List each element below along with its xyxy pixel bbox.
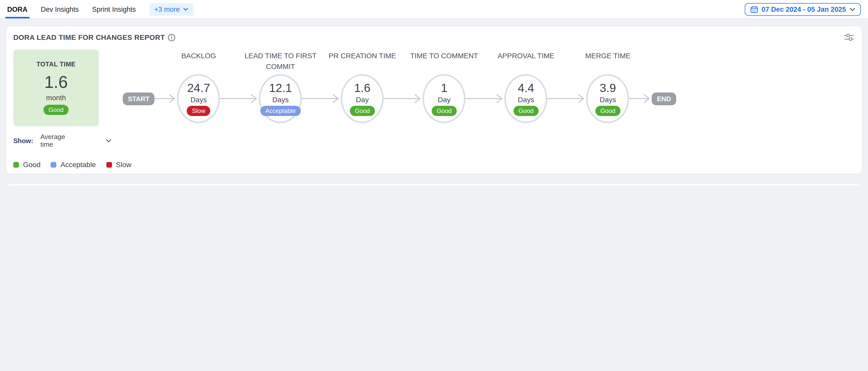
tab-sprint-insights[interactable]: Sprint Insights bbox=[92, 0, 136, 19]
calendar-icon bbox=[750, 5, 758, 13]
show-label: Show: bbox=[13, 137, 33, 144]
stage-pr-creation-time: PR CREATION TIME1.6DayGood bbox=[341, 74, 384, 123]
flow-arrow bbox=[548, 93, 586, 105]
total-time-unit: month bbox=[46, 94, 66, 102]
stage-unit: Days bbox=[190, 96, 207, 104]
legend-item-good: Good bbox=[13, 161, 41, 169]
chevron-down-icon bbox=[849, 7, 855, 11]
stage-time-to-comment: TIME TO COMMENT1DayGood bbox=[423, 74, 466, 123]
stage-name: BACKLOG bbox=[152, 50, 245, 61]
stage-value: 1 bbox=[441, 81, 447, 95]
lead-time-summary-column: TOTAL TIME 1.6 month Good Show: Average … bbox=[13, 49, 112, 169]
flow-arrow bbox=[155, 93, 177, 105]
stage-unit: Days bbox=[600, 96, 616, 104]
total-time-status-badge: Good bbox=[43, 105, 69, 115]
flow-arrow bbox=[220, 93, 259, 105]
stage-unit: Day bbox=[438, 96, 451, 104]
show-selected-value: Average time bbox=[40, 133, 74, 148]
filter-sliders-icon bbox=[843, 33, 855, 41]
flow-arrow bbox=[629, 93, 652, 105]
stage-status-badge: Good bbox=[513, 106, 538, 116]
show-metric-dropdown[interactable]: Show: Average time bbox=[13, 133, 112, 148]
tab-dora[interactable]: DORA bbox=[7, 0, 28, 19]
stage-status-badge: Acceptable bbox=[260, 106, 301, 116]
stage-status-badge: Good bbox=[350, 106, 375, 116]
status-legend: GoodAcceptableSlow bbox=[13, 161, 112, 169]
stage-unit: Days bbox=[272, 96, 289, 104]
total-time-value: 1.6 bbox=[44, 73, 68, 92]
flow-arrow bbox=[384, 93, 423, 105]
stage-circle: 1.6DayGood bbox=[341, 74, 384, 123]
stage-circle: 12.1DaysAcceptable bbox=[259, 74, 302, 123]
stage-value: 3.9 bbox=[600, 81, 616, 95]
legend-item-acceptable: Acceptable bbox=[51, 161, 96, 169]
legend-label: Acceptable bbox=[61, 161, 96, 169]
total-time-label: TOTAL TIME bbox=[36, 61, 75, 68]
info-icon[interactable] bbox=[168, 33, 176, 41]
stage-lead-time-to-first-commit: LEAD TIME TO FIRST COMMIT12.1DaysAccepta… bbox=[259, 74, 302, 123]
page: DORADev InsightsSprint Insights +3 more … bbox=[0, 0, 868, 186]
more-tabs-button[interactable]: +3 more bbox=[149, 3, 193, 15]
stage-value: 12.1 bbox=[269, 81, 292, 95]
stage-circle: 4.4DaysGood bbox=[504, 74, 548, 123]
stage-unit: Days bbox=[518, 96, 534, 104]
stage-circle: 1DayGood bbox=[423, 74, 466, 123]
legend-label: Good bbox=[23, 161, 41, 169]
flow-arrow bbox=[302, 93, 341, 105]
stage-name: APPROVAL TIME bbox=[479, 50, 572, 61]
deployment-frequency-card: DEPLOYMENT FREQUENCY Time series graph b… bbox=[6, 183, 862, 186]
end-pill: END bbox=[652, 92, 676, 105]
legend-swatch bbox=[13, 162, 19, 167]
tab-list: DORADev InsightsSprint Insights bbox=[7, 0, 136, 19]
stage-circle: 3.9DaysGood bbox=[586, 74, 629, 123]
chevron-down-icon bbox=[183, 8, 188, 11]
start-pill: START bbox=[123, 92, 155, 105]
stage-circle: 24.7DaysSlow bbox=[177, 74, 220, 123]
stage-value: 4.4 bbox=[518, 81, 534, 95]
lead-time-settings-button[interactable] bbox=[843, 33, 855, 41]
stage-value: 1.6 bbox=[354, 81, 371, 95]
stage-status-badge: Good bbox=[431, 106, 457, 116]
stage-backlog: BACKLOG24.7DaysSlow bbox=[177, 74, 220, 123]
stage-name: PR CREATION TIME bbox=[316, 50, 409, 61]
top-navigation-bar: DORADev InsightsSprint Insights +3 more … bbox=[0, 0, 868, 19]
stage-approval-time: APPROVAL TIME4.4DaysGood bbox=[504, 74, 548, 123]
legend-swatch bbox=[106, 162, 112, 167]
lead-time-card: DORA LEAD TIME FOR CHANGES REPORT TOTAL … bbox=[6, 26, 862, 174]
stage-name: LEAD TIME TO FIRST COMMIT bbox=[234, 50, 327, 72]
total-time-box: TOTAL TIME 1.6 month Good bbox=[13, 49, 99, 126]
chevron-down-icon bbox=[106, 139, 112, 142]
stage-value: 24.7 bbox=[187, 81, 210, 95]
legend-swatch bbox=[51, 162, 57, 167]
more-tabs-label: +3 more bbox=[154, 5, 180, 13]
tab-dev-insights[interactable]: Dev Insights bbox=[41, 0, 79, 19]
stage-status-badge: Slow bbox=[187, 106, 211, 116]
stage-unit: Day bbox=[356, 96, 369, 104]
stage-name: MERGE TIME bbox=[561, 50, 654, 61]
flow-arrow bbox=[466, 93, 504, 105]
stage-merge-time: MERGE TIME3.9DaysGood bbox=[586, 74, 629, 123]
lead-time-card-title-row: DORA LEAD TIME FOR CHANGES REPORT bbox=[13, 33, 176, 41]
stage-status-badge: Good bbox=[595, 106, 620, 116]
lead-time-flow: STARTBACKLOG24.7DaysSlowLEAD TIME TO FIR… bbox=[123, 49, 676, 169]
stage-name: TIME TO COMMENT bbox=[398, 50, 491, 61]
lead-time-card-title: DORA LEAD TIME FOR CHANGES REPORT bbox=[13, 33, 165, 41]
date-range-picker[interactable]: 07 Dec 2024 - 05 Jan 2025 bbox=[745, 3, 861, 15]
date-range-value: 07 Dec 2024 - 05 Jan 2025 bbox=[762, 5, 846, 13]
